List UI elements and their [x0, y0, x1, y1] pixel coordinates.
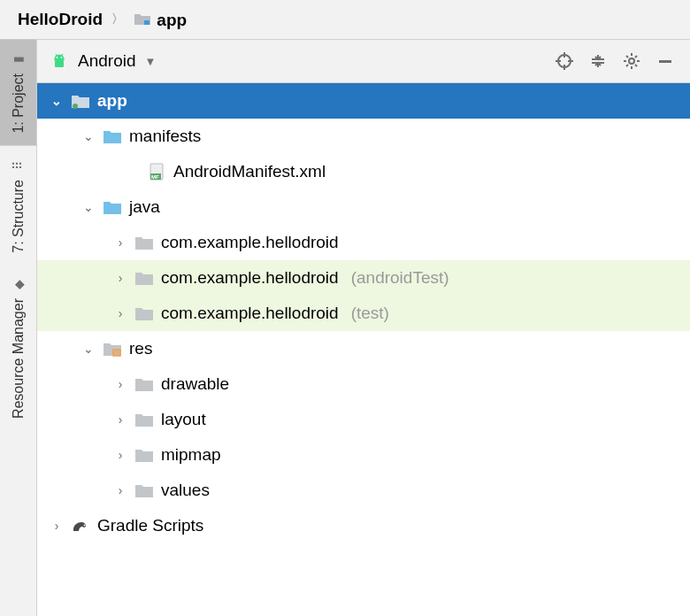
module-folder-icon — [71, 91, 90, 111]
breadcrumb-root[interactable]: HelloDroid — [18, 10, 103, 29]
package-icon — [134, 304, 154, 323]
tree-label: values — [161, 481, 210, 500]
tree-node-package-main[interactable]: › com.example.hellodroid — [37, 225, 690, 260]
view-selector-label[interactable]: Android — [78, 51, 136, 71]
android-icon — [50, 51, 69, 71]
tree-node-layout[interactable]: › layout — [37, 402, 690, 437]
tree-label: Gradle Scripts — [97, 516, 203, 535]
tool-window-bar: 1: Project ▮ 7: Structure ⠿ Resource Man… — [0, 40, 37, 616]
structure-icon: ⠿ — [12, 161, 26, 170]
breadcrumb-current[interactable]: app — [133, 9, 187, 30]
tree-label: res — [129, 339, 152, 358]
package-icon — [134, 233, 154, 252]
tree-label-suffix: (androidTest) — [351, 268, 449, 288]
tree-label-suffix: (test) — [351, 304, 389, 323]
chevron-down-icon: ⌄ — [81, 200, 96, 214]
project-tree: ⌄ app ⌄ manifests › MF AndroidManifest.x… — [37, 83, 690, 616]
tree-label: com.example.hellodroid — [161, 304, 339, 323]
svg-point-5 — [629, 58, 634, 64]
minimize-icon[interactable] — [653, 49, 678, 73]
project-icon: ▮ — [12, 56, 26, 63]
sidebar-tab-project[interactable]: 1: Project ▮ — [0, 40, 36, 146]
tree-node-gradle[interactable]: › Gradle Scripts — [37, 508, 690, 543]
chevron-right-icon: › — [113, 306, 127, 320]
tree-node-manifests[interactable]: ⌄ manifests — [37, 119, 690, 154]
folder-icon — [103, 197, 122, 217]
tree-label: app — [97, 91, 127, 111]
tree-label: mipmap — [161, 445, 221, 465]
chevron-right-icon: › — [113, 235, 127, 250]
svg-rect-0 — [144, 20, 150, 25]
chevron-right-icon: › — [113, 412, 127, 427]
collapse-all-icon[interactable] — [586, 49, 610, 73]
tree-label: AndroidManifest.xml — [173, 162, 326, 181]
tree-node-res[interactable]: ⌄ res — [37, 331, 690, 366]
tree-node-app[interactable]: ⌄ app — [37, 83, 690, 119]
svg-text:MF: MF — [151, 174, 159, 180]
chevron-down-icon[interactable]: ▼ — [145, 55, 157, 68]
tree-label: layout — [161, 410, 206, 429]
sidebar-tab-structure[interactable]: 7: Structure ⠿ — [0, 146, 36, 266]
resource-icon: ◆ — [12, 280, 26, 289]
svg-rect-3 — [55, 60, 64, 67]
gradle-icon — [71, 516, 90, 535]
svg-point-7 — [73, 104, 78, 109]
project-panel-header: Android ▼ — [37, 40, 690, 83]
chevron-right-icon: › — [50, 519, 64, 533]
module-folder-icon — [133, 9, 152, 28]
chevron-down-icon: ⌄ — [81, 342, 96, 356]
tree-label: com.example.hellodroid — [161, 233, 339, 252]
chevron-right-icon: › — [113, 483, 127, 497]
package-icon — [134, 268, 154, 288]
gear-icon[interactable] — [619, 49, 644, 73]
tree-node-package-androidtest[interactable]: › com.example.hellodroid (androidTest) — [37, 260, 690, 296]
folder-icon — [134, 410, 154, 429]
svg-point-12 — [84, 525, 86, 527]
sidebar-tab-resource-manager[interactable]: Resource Manager ◆ — [0, 265, 36, 431]
res-folder-icon — [103, 339, 122, 358]
tree-label: drawable — [161, 374, 229, 394]
svg-rect-6 — [659, 60, 671, 63]
target-icon[interactable] — [552, 49, 577, 73]
tree-node-mipmap[interactable]: › mipmap — [37, 437, 690, 473]
tree-label: manifests — [129, 127, 201, 146]
chevron-right-icon: › — [113, 377, 127, 391]
tree-node-package-test[interactable]: › com.example.hellodroid (test) — [37, 296, 690, 331]
folder-icon — [134, 445, 154, 465]
folder-icon — [134, 481, 154, 500]
svg-point-1 — [57, 57, 58, 58]
tree-label: java — [129, 197, 160, 217]
chevron-down-icon: ⌄ — [50, 94, 64, 108]
breadcrumb: HelloDroid 〉 app — [0, 0, 690, 40]
chevron-down-icon: ⌄ — [81, 129, 96, 143]
tree-node-java[interactable]: ⌄ java — [37, 189, 690, 225]
manifest-file-icon: MF — [147, 162, 166, 181]
folder-icon — [134, 374, 154, 394]
tree-node-manifest-file[interactable]: › MF AndroidManifest.xml — [37, 154, 690, 189]
folder-icon — [103, 127, 122, 146]
chevron-right-icon: › — [113, 448, 127, 462]
tree-node-drawable[interactable]: › drawable — [37, 366, 690, 402]
chevron-right-icon: › — [113, 271, 127, 285]
tree-label: com.example.hellodroid — [161, 268, 339, 288]
chevron-right-icon: 〉 — [111, 12, 124, 27]
svg-point-2 — [61, 57, 63, 58]
tree-node-values[interactable]: › values — [37, 473, 690, 508]
